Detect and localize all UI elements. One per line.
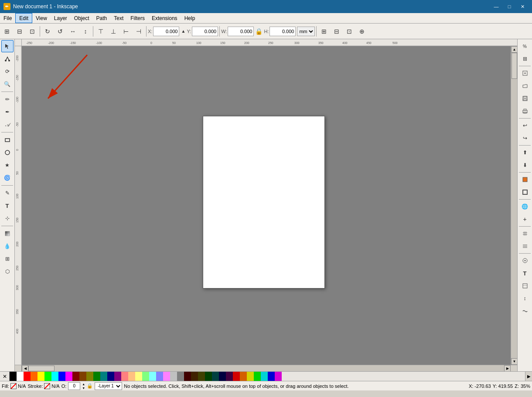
palette-color-3[interactable] [31, 372, 38, 381]
tb-align-ml[interactable]: ⊣ [133, 25, 145, 37]
tb-select[interactable]: ⊞ [1, 25, 13, 37]
rt-lines[interactable] [519, 240, 531, 252]
palette-color-36[interactable] [261, 372, 268, 381]
tool-node[interactable] [1, 53, 14, 65]
tool-gradient[interactable] [1, 227, 14, 240]
rt-open[interactable] [519, 80, 531, 92]
tb-align-tc[interactable]: ⊥ [107, 25, 119, 37]
opacity-input[interactable] [68, 382, 80, 390]
menu-object[interactable]: Object [71, 13, 93, 23]
menu-filters[interactable]: Filters [127, 13, 148, 23]
tb-flip-v[interactable]: ↕ [79, 25, 92, 37]
rt-undo[interactable]: ↩ [519, 119, 531, 132]
tool-star[interactable]: ★ [1, 159, 14, 171]
rt-save[interactable] [519, 92, 531, 105]
palette-color-14[interactable] [107, 372, 114, 381]
palette-color-30[interactable] [219, 372, 226, 381]
menu-text[interactable]: Text [110, 13, 127, 23]
palette-color-8[interactable] [65, 372, 72, 381]
tb-rotate-ccw[interactable]: ↺ [54, 25, 66, 37]
palette-color-32[interactable] [233, 372, 240, 381]
tool-circle[interactable] [1, 146, 14, 159]
menu-extensions[interactable]: Extensions [148, 13, 181, 23]
palette-color-10[interactable] [79, 372, 86, 381]
palette-none[interactable]: ✕ [0, 372, 10, 381]
palette-color-6[interactable] [51, 372, 58, 381]
menu-path[interactable]: Path [93, 13, 111, 23]
menu-file[interactable]: File [0, 13, 15, 23]
menu-help[interactable]: Help [181, 13, 199, 23]
palette-color-27[interactable] [198, 372, 205, 381]
rt-snap1[interactable]: % [519, 40, 531, 52]
maximize-button[interactable]: □ [503, 2, 515, 11]
tool-dropper[interactable]: 💧 [1, 240, 14, 252]
tool-text[interactable]: T [1, 200, 14, 212]
tb-grid[interactable]: ⊟ [14, 25, 26, 37]
palette-color-1[interactable] [17, 372, 24, 381]
w-input[interactable] [228, 27, 254, 36]
x-input[interactable] [153, 27, 179, 36]
palette-color-20[interactable] [149, 372, 156, 381]
palette-color-13[interactable] [100, 372, 107, 381]
x-spinner-up[interactable]: ▲ [180, 25, 186, 37]
palette-color-12[interactable] [93, 372, 100, 381]
tool-connector[interactable]: ⊹ [1, 212, 14, 224]
tb-t4[interactable]: ⊕ [356, 25, 368, 37]
palette-color-11[interactable] [86, 372, 93, 381]
palette-color-17[interactable] [128, 372, 135, 381]
palette-scroll-right[interactable]: ▶ [525, 372, 532, 381]
unit-select[interactable]: mm px in cm [297, 27, 315, 36]
opacity-down[interactable]: ▼ [82, 386, 85, 390]
tb-flip-h[interactable]: ↔ [67, 25, 79, 37]
palette-color-33[interactable] [240, 372, 247, 381]
rt-circle[interactable] [519, 254, 531, 267]
scroll-up-button[interactable]: ▲ [511, 46, 517, 53]
h-input[interactable] [269, 27, 296, 36]
palette-color-29[interactable] [212, 372, 219, 381]
palette-color-38[interactable] [275, 372, 282, 381]
rt-globe[interactable]: 🌐 [519, 200, 531, 213]
palette-color-24[interactable] [177, 372, 184, 381]
tool-zoom[interactable]: 🔍 [1, 78, 14, 90]
minimize-button[interactable]: — [490, 2, 502, 11]
menu-view[interactable]: View [32, 13, 51, 23]
close-button[interactable]: ✕ [516, 2, 529, 11]
tb-align-tl[interactable]: ⊤ [95, 25, 107, 37]
tool-pencil[interactable]: ✏ [1, 93, 14, 105]
scroll-track-vertical[interactable] [511, 53, 517, 358]
canvas-area[interactable] [22, 46, 511, 365]
palette-color-0[interactable] [10, 372, 17, 381]
palette-color-23[interactable] [170, 372, 177, 381]
palette-color-26[interactable] [191, 372, 198, 381]
tb-t2[interactable]: ⊟ [331, 25, 343, 37]
scroll-down-button[interactable]: ▼ [511, 358, 517, 365]
tb-t1[interactable]: ⊞ [318, 25, 330, 37]
palette-color-31[interactable] [226, 372, 233, 381]
tb-t3[interactable]: ⊡ [343, 25, 355, 37]
scrollbar-vertical[interactable]: ▲ ▼ [511, 46, 517, 365]
rt-fill[interactable] [519, 173, 531, 186]
opacity-up[interactable]: ▲ [82, 382, 85, 386]
tool-spray[interactable]: ⊞ [1, 253, 14, 265]
rt-grid[interactable] [519, 227, 531, 240]
tool-select[interactable] [1, 40, 14, 52]
tb-snap[interactable]: ⊡ [26, 25, 38, 37]
rt-stroke[interactable] [519, 186, 531, 198]
palette-color-4[interactable] [38, 372, 44, 381]
tool-tweak[interactable]: ⟳ [1, 65, 14, 78]
y-input[interactable] [192, 27, 218, 36]
tool-rect[interactable] [1, 134, 14, 146]
palette-color-18[interactable] [135, 372, 142, 381]
rt-print[interactable] [519, 105, 531, 117]
palette-color-2[interactable] [24, 372, 31, 381]
rt-redo[interactable]: ↪ [519, 132, 531, 144]
rt-plus[interactable]: + [519, 213, 531, 225]
scroll-track-horizontal[interactable] [28, 365, 504, 371]
palette-color-37[interactable] [268, 372, 275, 381]
palette-color-9[interactable] [72, 372, 79, 381]
layer-select[interactable]: -Layer 1 [95, 382, 122, 390]
scroll-thumb-vertical[interactable] [512, 53, 517, 79]
rt-new[interactable] [519, 67, 531, 79]
palette-color-22[interactable] [163, 372, 170, 381]
menu-edit[interactable]: Edit [15, 13, 32, 23]
